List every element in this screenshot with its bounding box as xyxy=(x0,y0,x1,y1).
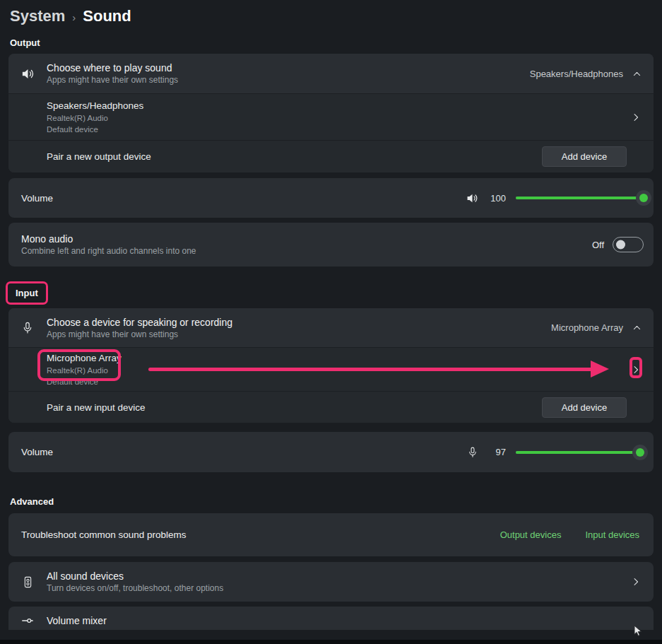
section-label-advanced: Advanced xyxy=(10,496,654,507)
input-pair-row: Pair a new input device Add device xyxy=(8,392,654,423)
input-volume-value: 97 xyxy=(489,447,506,457)
speaker-icon xyxy=(466,192,479,205)
input-pair-label: Pair a new input device xyxy=(47,402,146,413)
volume-mixer-title: Volume mixer xyxy=(47,615,107,626)
mouse-cursor xyxy=(634,625,643,640)
toggle-knob xyxy=(616,240,625,250)
output-pair-row: Pair a new output device Add device xyxy=(8,141,654,172)
breadcrumb: System › Sound xyxy=(8,4,654,25)
output-volume-card: Volume 100 xyxy=(8,178,654,218)
sound-devices-icon xyxy=(8,575,47,589)
chevron-up-icon[interactable] xyxy=(632,69,642,79)
input-label-annotation-box: Input xyxy=(6,281,48,305)
output-device-status: Default device xyxy=(47,125,143,134)
chevron-up-icon[interactable] xyxy=(632,322,642,333)
troubleshoot-card: Troubleshoot common sound problems Outpu… xyxy=(8,513,654,556)
input-chooser-row[interactable]: Choose a device for speaking or recordin… xyxy=(8,308,654,347)
annotation-arrow-line xyxy=(148,368,592,371)
input-device-driver: Realtek(R) Audio xyxy=(47,366,122,375)
all-sound-devices-title: All sound devices xyxy=(47,570,223,582)
input-device-name: Microphone Array xyxy=(47,353,122,363)
output-device-name: Speakers/Headphones xyxy=(47,100,143,111)
mono-audio-card: Mono audio Combine left and right audio … xyxy=(8,223,654,267)
troubleshoot-input-devices-link[interactable]: Input devices xyxy=(585,529,639,540)
breadcrumb-separator-icon: › xyxy=(72,11,76,23)
output-volume-slider[interactable] xyxy=(516,197,644,199)
slider-thumb[interactable] xyxy=(636,190,651,206)
input-device-row[interactable]: Microphone Array Realtek(R) Audio Defaul… xyxy=(8,348,654,391)
speaker-icon xyxy=(8,66,47,81)
breadcrumb-system[interactable]: System xyxy=(10,7,65,25)
bottom-edge-strip xyxy=(0,640,662,644)
output-chooser-title: Choose where to play sound xyxy=(47,62,178,74)
output-volume-value: 100 xyxy=(489,193,506,204)
add-output-device-button[interactable]: Add device xyxy=(542,146,627,167)
chevron-right-icon[interactable] xyxy=(631,577,641,587)
input-chooser-title: Choose a device for speaking or recordin… xyxy=(47,317,232,328)
section-label-output: Output xyxy=(10,37,654,48)
output-chooser-subtitle: Apps might have their own settings xyxy=(47,75,178,85)
volume-mixer-icon xyxy=(8,614,47,628)
mono-audio-title: Mono audio xyxy=(21,233,196,245)
input-selected-device: Microphone Array xyxy=(551,322,623,333)
output-device-driver: Realtek(R) Audio xyxy=(47,114,143,122)
input-volume-label: Volume xyxy=(21,447,53,457)
input-device-expander: Choose a device for speaking or recordin… xyxy=(8,308,654,423)
output-volume-label: Volume xyxy=(21,193,53,204)
chevron-right-icon[interactable] xyxy=(631,365,641,375)
input-chooser-titles: Choose a device for speaking or recordin… xyxy=(47,317,232,339)
microphone-icon xyxy=(466,446,479,459)
add-input-device-button[interactable]: Add device xyxy=(542,397,627,418)
all-sound-devices-subtitle: Turn devices on/off, troubleshoot, other… xyxy=(47,583,223,593)
input-chooser-subtitle: Apps might have their own settings xyxy=(47,329,232,339)
output-device-row[interactable]: Speakers/Headphones Realtek(R) Audio Def… xyxy=(8,94,654,140)
input-device-status: Default device xyxy=(47,377,122,386)
input-volume-slider[interactable] xyxy=(516,451,644,454)
mono-audio-toggle[interactable] xyxy=(613,237,644,252)
troubleshoot-title: Troubleshoot common sound problems xyxy=(21,529,187,540)
microphone-icon xyxy=(8,321,47,335)
output-selected-device: Speakers/Headphones xyxy=(530,69,623,79)
sound-settings-page: System › Sound Output Choose where to pl… xyxy=(0,0,662,630)
output-device-expander: Choose where to play sound Apps might ha… xyxy=(8,54,654,172)
mono-audio-subtitle: Combine left and right audio channels in… xyxy=(21,246,196,256)
chevron-right-icon[interactable] xyxy=(631,112,641,122)
all-sound-devices-row[interactable]: All sound devices Turn devices on/off, t… xyxy=(8,562,654,602)
slider-thumb[interactable] xyxy=(632,445,648,460)
volume-mixer-row[interactable]: Volume mixer xyxy=(8,607,654,630)
troubleshoot-output-devices-link[interactable]: Output devices xyxy=(500,529,562,540)
output-chooser-titles: Choose where to play sound Apps might ha… xyxy=(47,62,178,85)
annotation-arrow-head xyxy=(591,361,609,377)
output-pair-label: Pair a new output device xyxy=(47,151,151,162)
mono-toggle-state: Off xyxy=(592,240,604,250)
output-chooser-row[interactable]: Choose where to play sound Apps might ha… xyxy=(8,54,654,93)
input-volume-card: Volume 97 xyxy=(8,432,654,472)
page-title: Sound xyxy=(83,7,131,25)
section-label-input: Input xyxy=(16,288,38,298)
